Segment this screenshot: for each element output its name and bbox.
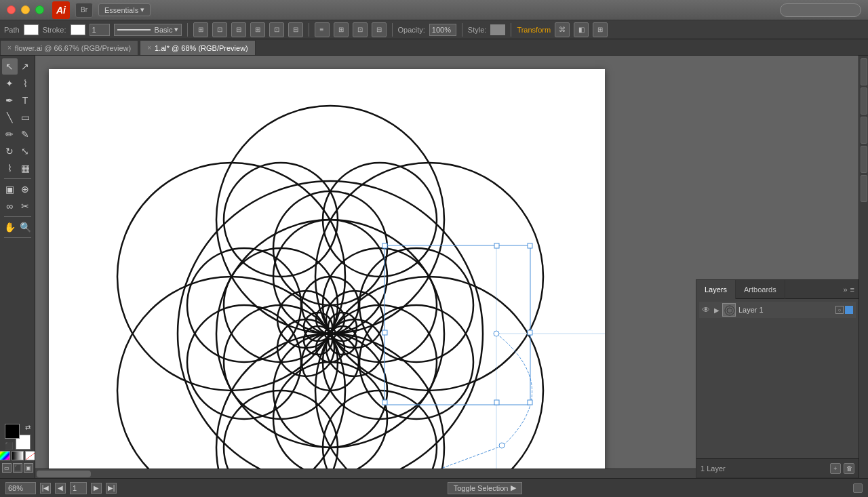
close-button[interactable] <box>7 5 16 14</box>
selection-tool[interactable]: ↖ <box>2 58 18 75</box>
page-next-button[interactable]: ▶ <box>91 483 102 494</box>
layer-lock-indicator[interactable] <box>845 306 853 314</box>
opacity-input[interactable]: 100% <box>429 24 456 36</box>
canvas-area[interactable]: Layers Artboards » ≡ 👁 ▶ <box>35 56 868 478</box>
zoom-input[interactable]: 68% <box>5 482 36 494</box>
rect-tool[interactable]: ▭ <box>18 109 33 125</box>
default-colors-icon[interactable]: ⬛ <box>5 442 13 450</box>
foreground-color-swatch[interactable] <box>5 424 20 439</box>
new-layer-button[interactable]: + <box>830 463 841 474</box>
pen-icon: ✒ <box>5 95 14 106</box>
layers-panel-header: Layers Artboards » ≡ <box>696 280 859 299</box>
layer-expand-arrow[interactable]: ▶ <box>714 306 719 314</box>
direct-selection-tool[interactable]: ↗ <box>18 58 33 75</box>
align-btn-3[interactable]: ⊟ <box>231 22 246 37</box>
pencil-tool[interactable]: ✎ <box>18 126 33 142</box>
layer-target-indicator[interactable]: ○ <box>835 306 844 314</box>
fill-swatch[interactable] <box>24 24 39 35</box>
stroke-profile-label: Basic <box>155 26 173 34</box>
align-btn-8[interactable]: ⊞ <box>334 22 349 37</box>
tab-1al[interactable]: × 1.al* @ 68% (RGB/Preview) <box>140 40 256 55</box>
svg-point-55 <box>727 308 732 313</box>
none-mode-button[interactable] <box>25 451 36 460</box>
panel-resize-handle-1[interactable] <box>861 58 867 85</box>
panel-resize-handle-2[interactable] <box>861 87 867 115</box>
magic-wand-tool[interactable]: ✦ <box>2 75 18 92</box>
zoom-tool[interactable]: 🔍 <box>18 219 33 235</box>
panel-resize-handle-3[interactable] <box>861 117 867 144</box>
paintbrush-tool[interactable]: ✏ <box>2 126 18 142</box>
warp-tool[interactable]: ⌇ <box>2 160 18 176</box>
page-last-button[interactable]: ▶| <box>106 483 117 494</box>
stroke-swatch[interactable] <box>71 24 85 35</box>
screen-mode-normal[interactable]: ▭ <box>2 463 12 473</box>
page-prev-button[interactable]: ◀ <box>55 483 66 494</box>
align-btn-6[interactable]: ⊟ <box>288 22 303 37</box>
tab-close-flower[interactable]: × <box>7 44 12 52</box>
graph-icon: ▦ <box>21 163 30 174</box>
scale-icon: ⤡ <box>21 146 29 157</box>
separator-5 <box>511 23 511 37</box>
align-btn-4[interactable]: ⊞ <box>250 22 265 37</box>
align-btn-10[interactable]: ⊟ <box>372 22 387 37</box>
tab-close-1al[interactable]: × <box>147 44 151 52</box>
swap-colors-icon[interactable]: ⇄ <box>25 424 31 431</box>
align-btn-2[interactable]: ⊡ <box>212 22 227 37</box>
gradient-tool[interactable]: ▣ <box>2 181 18 197</box>
hand-tool[interactable]: ✋ <box>2 219 18 235</box>
panel-resize-handle-4[interactable] <box>861 146 867 173</box>
line-tool[interactable]: ╲ <box>2 109 18 125</box>
arrange-icon-btn[interactable]: ◧ <box>574 22 589 37</box>
workspace-button[interactable]: Essentials ▾ <box>98 3 151 16</box>
magic-lasso-tools: ✦ ⌇ <box>2 75 33 92</box>
screen-mode-full[interactable]: ⬛ <box>13 463 22 473</box>
transform-icon-btn[interactable]: ⌘ <box>555 22 570 37</box>
page-first-button[interactable]: |◀ <box>40 483 51 494</box>
zoom-icon: 🔍 <box>20 222 31 233</box>
color-mode-buttons <box>0 451 35 460</box>
svg-rect-47 <box>494 400 499 405</box>
options-icon-btn[interactable]: ⊞ <box>593 22 608 37</box>
panel-menu-icon[interactable]: ≡ <box>850 285 854 294</box>
type-tool[interactable]: T <box>18 92 33 108</box>
layer-visibility-icon[interactable]: 👁 <box>702 305 711 315</box>
stroke-weight-input[interactable] <box>90 24 110 36</box>
rotate-tool[interactable]: ↻ <box>2 143 18 159</box>
color-mode-button[interactable] <box>0 451 10 460</box>
lasso-tool[interactable]: ⌇ <box>18 75 33 92</box>
workspace-label: Essentials <box>104 6 138 14</box>
delete-layer-button[interactable]: 🗑 <box>844 463 854 474</box>
pen-tool[interactable]: ✒ <box>2 92 18 108</box>
panel-double-arrow-icon[interactable]: » <box>843 285 847 294</box>
align-btn-9[interactable]: ⊡ <box>353 22 368 37</box>
minimize-button[interactable] <box>21 5 30 14</box>
style-swatch[interactable] <box>490 24 505 35</box>
bridge-button[interactable]: Br <box>75 3 93 18</box>
transform-button[interactable]: Transform <box>517 26 551 34</box>
blend-icon: ∞ <box>6 201 13 212</box>
align-btn-5[interactable]: ⊡ <box>269 22 284 37</box>
line-rect-tools: ╲ ▭ <box>2 109 33 125</box>
artboards-tab[interactable]: Artboards <box>736 280 785 299</box>
maximize-button[interactable] <box>35 5 44 14</box>
scale-tool[interactable]: ⤡ <box>18 143 33 159</box>
panel-resize-handle-5[interactable] <box>861 175 867 202</box>
horizontal-scroll-thumb[interactable] <box>37 471 91 477</box>
layers-tab[interactable]: Layers <box>696 280 736 299</box>
screen-mode-presentation[interactable]: ▣ <box>24 463 33 473</box>
align-btn-7[interactable]: ≡ <box>315 22 330 37</box>
toggle-selection-button[interactable]: Toggle Selection ▶ <box>448 482 523 494</box>
blend-tool[interactable]: ∞ <box>2 198 18 214</box>
gradient-mode-button[interactable] <box>12 451 24 460</box>
separator-1 <box>187 23 188 37</box>
layer-row[interactable]: 👁 ▶ Layer 1 ○ <box>699 302 856 318</box>
page-number-input[interactable] <box>70 482 87 494</box>
search-input[interactable] <box>780 3 861 17</box>
pencil-icon: ✎ <box>21 129 29 140</box>
eyedropper-tool[interactable]: ⊕ <box>18 181 33 197</box>
align-btn-1[interactable]: ⊞ <box>193 22 208 37</box>
tab-flower[interactable]: × flower.ai @ 66.67% (RGB/Preview) <box>0 40 138 55</box>
graph-tool[interactable]: ▦ <box>18 160 33 176</box>
stroke-profile-dropdown[interactable]: Basic ▾ <box>114 24 182 36</box>
scissors-tool[interactable]: ✂ <box>18 198 33 214</box>
